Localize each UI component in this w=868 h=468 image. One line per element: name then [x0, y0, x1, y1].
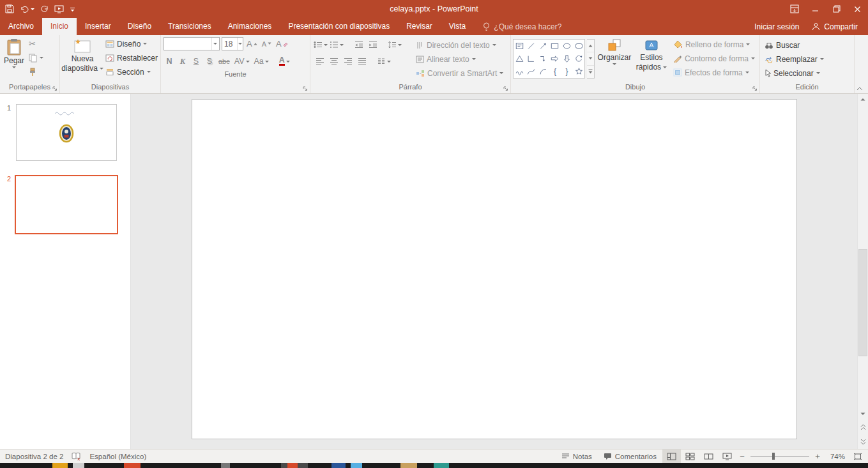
bullets-button[interactable]	[314, 39, 328, 50]
shapes-scroll-up-icon[interactable]	[587, 40, 594, 52]
shape-arrow-down-icon[interactable]	[561, 52, 573, 65]
select-button[interactable]: Seleccionar	[762, 66, 826, 80]
reset-button[interactable]: Restablecer	[103, 51, 160, 64]
shape-effects-button[interactable]: Efectos de forma	[671, 66, 758, 79]
customize-qat-icon[interactable]	[70, 3, 75, 15]
taskbar-app-icon[interactable]	[400, 463, 417, 468]
align-right-icon[interactable]	[342, 56, 354, 67]
clipboard-dialog-launcher-icon[interactable]	[52, 86, 57, 91]
columns-button[interactable]	[377, 56, 391, 67]
start-slideshow-icon[interactable]	[54, 3, 64, 15]
notes-button[interactable]: Notas	[556, 449, 598, 463]
shapes-gallery[interactable]: { }	[513, 39, 585, 79]
shape-scribble-icon[interactable]	[514, 65, 526, 78]
taskbar-app-icon[interactable]	[331, 463, 346, 468]
new-slide-button[interactable]: Nueva diapositiva	[62, 37, 103, 82]
collapse-ribbon-icon[interactable]	[857, 87, 863, 91]
cut-button[interactable]: ✂	[26, 37, 46, 50]
tab-transiciones[interactable]: Transiciones	[160, 18, 220, 35]
shape-rectangle-icon[interactable]	[549, 40, 561, 52]
taskbar-app-icon[interactable]	[434, 463, 449, 468]
slide-1-preview[interactable]	[16, 104, 117, 161]
shape-star-icon[interactable]	[573, 65, 585, 78]
shape-fill-button[interactable]: Relleno de forma	[671, 38, 758, 51]
next-slide-icon[interactable]	[858, 434, 868, 449]
line-spacing-button[interactable]	[388, 39, 402, 50]
format-painter-button[interactable]	[26, 65, 46, 79]
taskbar-app-icon[interactable]	[73, 463, 84, 468]
italic-button[interactable]: K	[177, 55, 188, 68]
taskbar-app-icon[interactable]	[221, 463, 230, 468]
restore-icon[interactable]	[826, 0, 847, 18]
font-dialog-launcher-icon[interactable]	[303, 86, 308, 91]
shape-right-brace-icon[interactable]: }	[561, 65, 573, 78]
redo-icon[interactable]	[40, 3, 49, 15]
justify-icon[interactable]	[356, 56, 368, 67]
shape-right-angle-icon[interactable]	[526, 52, 538, 65]
shapes-scroll-down-icon[interactable]	[587, 52, 594, 65]
change-case-button[interactable]: Aa	[253, 55, 270, 68]
font-name-dropdown-caret[interactable]	[211, 38, 219, 50]
decrease-font-size-button[interactable]: A	[261, 38, 273, 50]
shape-triangle-icon[interactable]	[514, 52, 526, 65]
align-center-icon[interactable]	[328, 56, 340, 67]
vertical-scrollbar[interactable]	[857, 94, 868, 449]
decrease-indent-icon[interactable]	[353, 39, 365, 50]
save-icon[interactable]	[5, 3, 14, 15]
tab-insertar[interactable]: Insertar	[77, 18, 119, 35]
drawing-dialog-launcher-icon[interactable]	[752, 86, 758, 91]
previous-slide-icon[interactable]	[858, 419, 868, 434]
normal-view-icon[interactable]	[662, 449, 681, 463]
shape-left-brace-icon[interactable]: {	[549, 65, 561, 78]
copy-button[interactable]	[26, 51, 46, 64]
ribbon-display-options-icon[interactable]	[784, 0, 805, 18]
font-name-combo[interactable]	[164, 37, 220, 50]
shape-textbox-icon[interactable]	[514, 40, 526, 52]
character-spacing-button[interactable]: AV	[233, 55, 251, 68]
sign-in-button[interactable]: Iniciar sesión	[754, 22, 799, 31]
numbering-button[interactable]	[330, 39, 344, 50]
tab-animaciones[interactable]: Animaciones	[220, 18, 280, 35]
spellcheck-icon[interactable]	[72, 452, 81, 460]
shapes-gallery-more-icon[interactable]	[587, 66, 594, 78]
reading-view-icon[interactable]	[699, 449, 718, 463]
font-size-dropdown-caret[interactable]	[237, 38, 243, 50]
increase-font-size-button[interactable]: A	[245, 38, 259, 50]
font-size-combo[interactable]	[222, 37, 243, 50]
shape-rounded-rectangle-icon[interactable]	[573, 40, 585, 52]
arrange-button[interactable]: Organizar	[597, 37, 632, 82]
bold-button[interactable]: N	[164, 55, 175, 68]
slide-2-preview[interactable]	[15, 175, 118, 234]
language-button[interactable]: Español (México)	[89, 453, 146, 460]
taskbar-active-app[interactable]	[281, 463, 308, 468]
scroll-down-icon[interactable]	[858, 409, 868, 419]
tab-presentacion-con-diapositivas[interactable]: Presentación con diapositivas	[280, 18, 398, 35]
increase-indent-icon[interactable]	[367, 39, 379, 50]
align-text-button[interactable]: Alinear texto	[413, 52, 506, 66]
scrollbar-track[interactable]	[858, 105, 868, 409]
tab-revisar[interactable]: Revisar	[398, 18, 441, 35]
section-button[interactable]: Sección	[103, 65, 160, 79]
shape-curve-icon[interactable]	[526, 65, 538, 78]
shape-elbow-connector-icon[interactable]	[537, 52, 549, 65]
slideshow-view-icon[interactable]	[718, 449, 736, 463]
text-direction-button[interactable]: Dirección del texto	[413, 38, 506, 52]
strikethrough-button[interactable]: abc	[217, 55, 231, 68]
layout-button[interactable]: Diseño	[103, 37, 160, 50]
zoom-slider-thumb[interactable]	[772, 453, 775, 460]
slide-thumbnail-1[interactable]: 1	[0, 104, 130, 161]
underline-button[interactable]: S	[190, 55, 202, 68]
shape-line-icon[interactable]	[526, 40, 538, 52]
font-name-input[interactable]	[164, 40, 211, 49]
tab-inicio[interactable]: Inicio	[42, 18, 77, 35]
font-color-button[interactable]: A	[278, 55, 291, 68]
tab-diseno[interactable]: Diseño	[119, 18, 160, 35]
scroll-up-icon[interactable]	[858, 94, 868, 105]
minimize-icon[interactable]	[805, 0, 826, 18]
slide-thumbnail-2[interactable]: 2	[0, 175, 130, 234]
taskbar-app-icon[interactable]	[52, 463, 68, 468]
quick-styles-button[interactable]: Estilos rápidos	[634, 37, 669, 82]
paste-button[interactable]: Pegar	[2, 37, 26, 82]
shape-circular-arrow-icon[interactable]	[573, 52, 585, 65]
taskbar-app-icon[interactable]	[351, 463, 362, 468]
